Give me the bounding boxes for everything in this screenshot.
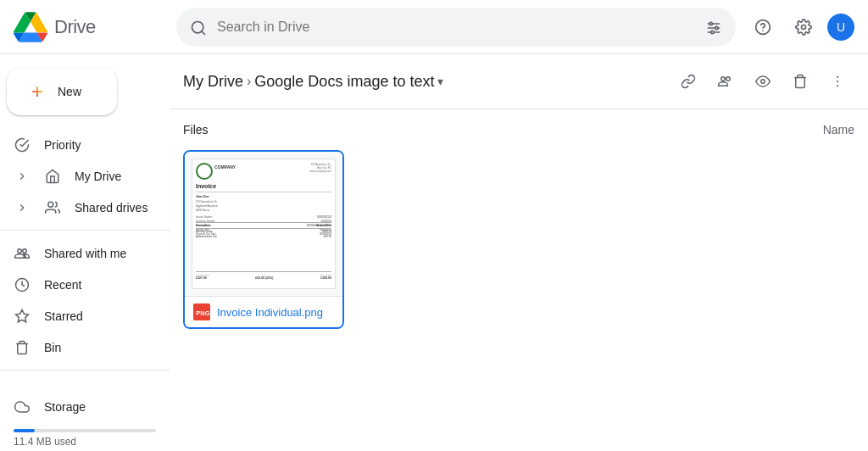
more-options-button[interactable] [821,64,854,98]
files-name-column: Name [823,123,854,136]
topbar: Drive U [0,0,868,54]
search-filter-icon[interactable] [705,17,722,36]
breadcrumb: My Drive › Google Docs image to text ▾ [183,73,443,91]
check-circle-icon [14,136,31,153]
sidebar-item-priority-label: Priority [44,138,81,152]
sidebar: New Priority My Drive [0,54,170,451]
sidebar-item-my-drive[interactable]: My Drive [0,160,163,192]
breadcrumb-bar: My Drive › Google Docs image to text ▾ [170,54,868,109]
user-avatar[interactable]: U [827,14,854,41]
sidebar-item-recent[interactable]: Recent [0,269,163,300]
breadcrumb-current-label: Google Docs image to text [254,73,434,91]
svg-point-14 [761,80,765,84]
sidebar-item-shared-drives[interactable]: Shared drives [0,192,163,223]
delete-button[interactable] [783,64,817,98]
chevron-right-shared-icon [14,198,31,216]
trash-icon [14,338,31,356]
cloud-icon [14,398,31,415]
svg-point-10 [802,25,806,29]
svg-line-1 [202,31,205,35]
new-button-label: New [58,85,81,98]
star-icon [14,307,31,325]
breadcrumb-dropdown-icon[interactable]: ▾ [437,75,443,88]
topbar-right: U [746,10,854,44]
breadcrumb-chevron-icon: › [247,74,251,89]
chevron-right-icon [14,167,31,185]
share-button[interactable] [709,64,743,98]
files-header: Files Name [183,123,854,136]
sidebar-item-my-drive-label: My Drive [75,170,121,183]
svg-point-11 [48,203,53,208]
sidebar-item-recent-label: Recent [44,278,81,292]
get-link-button[interactable] [671,64,705,98]
storage-bar-fill [14,429,35,432]
storage-section: Storage 11.4 MB used [0,377,170,451]
logo-area[interactable]: Drive [14,10,166,44]
files-grid: COMPANY 123 Anywhere St.,Any City, PCwww… [183,150,854,329]
sidebar-item-bin-label: Bin [44,341,61,354]
svg-point-16 [837,81,838,82]
storage-used-text: 11.4 MB used [14,436,156,448]
sidebar-item-bin[interactable]: Bin [0,331,163,363]
svg-marker-13 [16,310,29,322]
search-bar [176,8,736,47]
sidebar-divider [0,230,170,231]
sidebar-item-starred-label: Starred [44,309,83,323]
invoice-preview-image: COMPANY 123 Anywhere St.,Any City, PCwww… [192,159,336,289]
sidebar-divider-2 [0,370,170,370]
files-section: Files Name COMPANY 123 Anywhere St.,Any … [170,109,868,451]
sidebar-item-storage[interactable]: Storage [14,391,149,422]
clock-icon [14,276,31,293]
new-button[interactable]: New [7,68,117,115]
svg-point-15 [837,76,838,78]
app-name: Drive [54,16,96,38]
breadcrumb-actions [671,64,854,98]
storage-label: Storage [44,400,86,414]
file-name-bar: PNG Invoice Individual.png [185,296,342,327]
person-shared-icon [14,244,31,262]
svg-point-17 [837,85,838,86]
content-area: My Drive › Google Docs image to text ▾ [170,54,868,451]
sidebar-item-priority[interactable]: Priority [0,129,163,160]
drive-folder-icon [44,167,61,185]
settings-button[interactable] [787,10,821,44]
svg-point-5 [709,22,712,25]
svg-point-6 [715,26,718,29]
preview-button[interactable] [746,64,780,98]
file-preview: COMPANY 123 Anywhere St.,Any City, PCwww… [185,152,342,296]
plus-icon [27,81,47,102]
files-title: Files [183,123,209,136]
main-layout: New Priority My Drive [0,54,868,451]
sidebar-item-shared-with-me-label: Shared with me [44,247,126,260]
file-name-label: Invoice Individual.png [217,306,323,319]
breadcrumb-current[interactable]: Google Docs image to text ▾ [254,73,443,91]
storage-bar-background [14,429,156,432]
sidebar-item-starred[interactable]: Starred [0,300,163,331]
file-card[interactable]: COMPANY 123 Anywhere St.,Any City, PCwww… [183,150,344,329]
sidebar-item-shared-with-me[interactable]: Shared with me [0,237,163,269]
drive-logo-icon [14,10,47,44]
png-file-icon: PNG [193,303,210,320]
search-icon[interactable] [190,17,207,36]
sidebar-item-shared-drives-label: Shared drives [75,201,147,214]
search-input[interactable] [217,19,695,35]
help-button[interactable] [746,10,780,44]
svg-text:PNG: PNG [196,309,209,317]
shared-drives-icon [44,198,61,216]
svg-point-7 [711,31,714,33]
breadcrumb-parent[interactable]: My Drive [183,73,243,91]
